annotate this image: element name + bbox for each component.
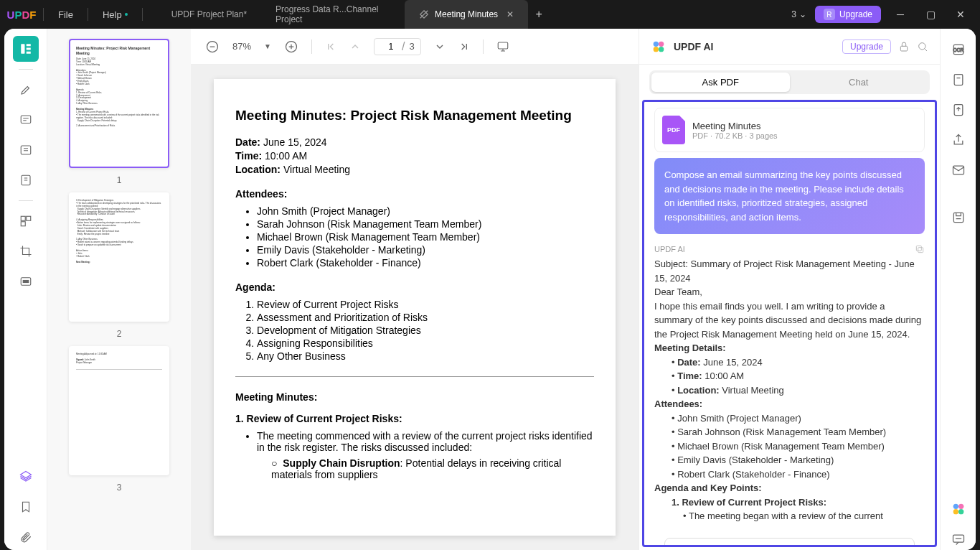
svg-rect-19 (900, 46, 907, 51)
svg-rect-8 (26, 216, 30, 220)
pdf-file-card[interactable]: PDF Meeting Minutes PDF · 70.2 KB · 3 pa… (654, 108, 925, 152)
ask-pdf-tab[interactable]: Ask PDF (651, 73, 790, 92)
ai-response-label: UPDF AI (654, 245, 685, 253)
email-tool[interactable] (948, 159, 969, 181)
svg-rect-3 (26, 52, 30, 54)
thumbnail-3[interactable]: Meeting Adjourned at: 11:00 AMSigned: Jo… (69, 346, 169, 475)
send-icon[interactable] (893, 546, 906, 548)
svg-point-30 (953, 504, 958, 509)
svg-rect-9 (21, 222, 25, 226)
chevron-down-icon: ⌄ (799, 9, 806, 19)
right-toolbar: OCR (940, 29, 976, 550)
page-total: 3 (405, 41, 414, 52)
left-toolbar (4, 29, 47, 550)
svg-rect-7 (21, 216, 25, 220)
crop-tool[interactable] (13, 238, 39, 264)
ai-conversation: PDF Meeting Minutes PDF · 70.2 KB · 3 pa… (642, 100, 937, 547)
comment-tool[interactable] (13, 107, 39, 133)
updf-ai-logo-icon (651, 39, 666, 55)
ai-input[interactable] (664, 538, 915, 548)
prev-page-button[interactable] (349, 41, 361, 52)
svg-rect-29 (953, 213, 963, 222)
svg-rect-11 (23, 281, 29, 283)
user-prompt: Compose an email summarizing the key poi… (654, 158, 925, 234)
thumbnails-tool[interactable] (13, 36, 39, 62)
svg-point-33 (958, 509, 963, 514)
bookmark-tool[interactable] (13, 494, 39, 520)
thumb-label-3: 3 (117, 483, 122, 493)
lightbulb-icon[interactable] (875, 545, 886, 548)
ocr-tool[interactable]: OCR (948, 39, 969, 60)
last-page-button[interactable] (458, 41, 470, 52)
svg-point-16 (659, 41, 664, 46)
svg-rect-2 (26, 48, 30, 50)
search-icon[interactable] (917, 41, 928, 52)
share-tool[interactable] (948, 129, 969, 151)
next-page-button[interactable] (434, 41, 446, 52)
close-button[interactable]: ✕ (950, 9, 971, 20)
highlight-tool[interactable] (13, 77, 39, 103)
svg-point-15 (654, 41, 659, 46)
ai-response: Subject: Summary of Project Risk Managem… (654, 257, 925, 531)
export-tool[interactable] (948, 99, 969, 121)
tab-close-icon[interactable]: ✕ (507, 9, 514, 19)
maximize-button[interactable]: ▢ (920, 9, 941, 20)
zoom-out-button[interactable] (205, 39, 220, 54)
layers-tool[interactable] (13, 464, 39, 490)
page-input[interactable] (380, 41, 402, 52)
document-toolbar: 87% ▼ / 3 (191, 29, 639, 65)
svg-rect-14 (498, 42, 508, 49)
svg-point-18 (659, 47, 664, 52)
app-logo: UPDF (0, 9, 43, 21)
thumb-label-1: 1 (117, 175, 122, 185)
ai-launcher-icon[interactable] (948, 498, 969, 520)
svg-rect-5 (21, 146, 31, 154)
upgrade-button[interactable]: RUpgrade (815, 6, 881, 23)
pencil-slash-icon (419, 9, 429, 19)
svg-text:OCR: OCR (953, 47, 963, 52)
titlebar: UPDF File Help UPDF Project Plan* Progre… (0, 0, 980, 29)
tab-0[interactable]: UPDF Project Plan* (157, 0, 261, 29)
svg-rect-28 (953, 166, 963, 174)
tab-add-button[interactable]: + (528, 8, 550, 21)
svg-point-32 (953, 509, 958, 514)
protect-tool[interactable] (948, 69, 969, 90)
zoom-in-button[interactable] (284, 39, 298, 54)
presentation-button[interactable] (496, 40, 509, 53)
save-tool[interactable] (948, 207, 969, 228)
menu-file[interactable]: File (44, 9, 88, 20)
menu-help[interactable]: Help (88, 9, 142, 20)
minimize-button[interactable]: ─ (890, 9, 911, 20)
zoom-dropdown[interactable]: ▼ (264, 42, 271, 50)
pdf-file-icon: PDF (662, 116, 685, 144)
tab-2[interactable]: Meeting Minutes ✕ (405, 0, 528, 29)
tab-counter[interactable]: 3⌄ (791, 9, 806, 19)
document-page: Meeting Minutes: Project Risk Management… (214, 79, 616, 536)
redact-tool[interactable] (13, 269, 39, 294)
organize-tool[interactable] (13, 208, 39, 234)
svg-point-31 (958, 504, 963, 509)
ai-upgrade-button[interactable]: Upgrade (842, 39, 891, 54)
ai-panel-title: UPDF AI (674, 41, 835, 52)
svg-rect-26 (954, 75, 963, 85)
first-page-button[interactable] (325, 41, 336, 52)
document-viewport[interactable]: Meeting Minutes: Project Risk Management… (191, 65, 639, 550)
tab-1[interactable]: Progress Data R...Channel Project (261, 0, 405, 29)
edit-tool[interactable] (13, 137, 39, 163)
chat-tab[interactable]: Chat (790, 73, 928, 92)
chat-tool[interactable] (948, 528, 969, 550)
svg-point-17 (654, 47, 659, 52)
lock-icon[interactable] (898, 41, 910, 52)
svg-rect-22 (916, 246, 921, 251)
thumbnail-2[interactable]: 3. Development of Mitigation Strategies•… (69, 192, 169, 322)
attachment-tool[interactable] (13, 524, 39, 550)
copy-icon[interactable] (915, 244, 925, 254)
svg-rect-0 (21, 44, 24, 54)
form-tool[interactable] (13, 167, 39, 193)
svg-rect-1 (26, 44, 30, 46)
thumb-label-2: 2 (117, 329, 122, 339)
svg-point-20 (919, 42, 925, 49)
thumbnail-1[interactable]: Meeting Minutes: Project Risk Management… (69, 39, 169, 168)
doc-title: Meeting Minutes: Project Risk Management… (235, 108, 594, 123)
zoom-level: 87% (232, 41, 251, 52)
